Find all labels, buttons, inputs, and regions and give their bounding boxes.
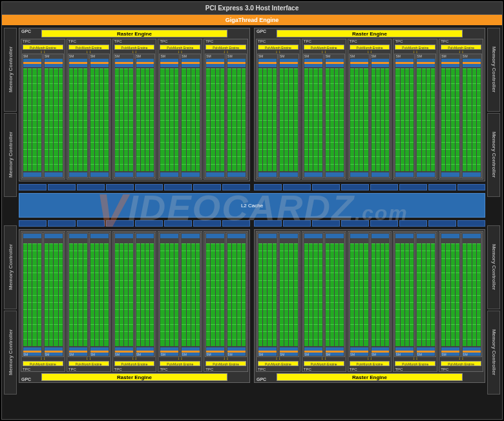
rop-row	[19, 220, 485, 227]
sm-label: SM	[350, 353, 355, 356]
register-bar	[350, 234, 368, 238]
gpc-block: SMSM↕ ↕PolyMorph EngineTPCSMSM↕ ↕PolyMor…	[254, 229, 485, 383]
cuda-core-grid	[350, 243, 368, 347]
cuda-core-grid	[304, 243, 322, 347]
register-bar	[463, 172, 481, 177]
sm-block: SM	[440, 232, 461, 357]
gpc-label: GPC	[21, 29, 31, 34]
sm-label: SM	[350, 54, 355, 58]
cuda-core-grid	[182, 68, 200, 172]
cuda-core-grid	[160, 68, 178, 172]
arrow-icon: ↕ ↕	[440, 357, 482, 360]
rop-unit	[428, 220, 456, 227]
sm-block: SM	[205, 54, 226, 178]
arrow-icon: ↕ ↕	[257, 357, 299, 360]
polymorph-engine: PolyMorph Engine	[395, 45, 436, 50]
sm-block: SM	[180, 54, 201, 178]
cuda-core-grid	[280, 68, 298, 172]
sm-label: SM	[395, 54, 401, 58]
cuda-core-grid	[304, 68, 322, 172]
sm-block: SM	[394, 232, 415, 357]
sm-label: SM	[304, 353, 310, 356]
sm-block: SM	[349, 232, 370, 357]
rop-unit	[106, 220, 134, 227]
memory-controller: Memory Controller	[487, 113, 500, 197]
memory-controller: Memory Controller	[4, 113, 17, 197]
memory-controller: Memory Controller	[4, 311, 17, 395]
tpc-label: TPC	[23, 367, 30, 371]
sm-block: SM	[278, 54, 299, 178]
rop-unit	[457, 184, 485, 190]
dispatch-bar	[372, 64, 390, 67]
rop-unit	[135, 220, 163, 227]
tpc-label: TPC	[114, 39, 122, 43]
sm-block: SM	[257, 232, 278, 357]
pci-host-interface: PCI Express 3.0 Host Interface	[2, 2, 502, 15]
cuda-core-grid	[417, 243, 435, 347]
polymorph-engine: PolyMorph Engine	[441, 361, 481, 366]
tpc-label: TPC	[160, 367, 167, 371]
sm-label: SM	[227, 353, 233, 356]
register-bar	[417, 234, 435, 238]
polymorph-engine: PolyMorph Engine	[23, 361, 63, 366]
sm-block: SM	[324, 232, 345, 357]
tpc-label: TPC	[114, 367, 122, 371]
tpc-block: SMSM↕ ↕PolyMorph EngineTPC	[302, 231, 346, 372]
cuda-core-grid	[395, 68, 414, 172]
tpc-block: TPCPolyMorph Engine↕ ↕SMSM	[204, 39, 248, 180]
tpc-block: TPCPolyMorph Engine↕ ↕SMSM	[348, 39, 392, 180]
sm-block: SM	[226, 232, 247, 357]
sm-block: SM	[461, 54, 482, 178]
cuda-core-grid	[136, 68, 154, 172]
register-bar	[69, 172, 87, 177]
gpc-block: SMSM↕ ↕PolyMorph EngineTPCSMSM↕ ↕PolyMor…	[19, 229, 250, 383]
dispatch-bar	[258, 64, 277, 67]
tpc-block: SMSM↕ ↕PolyMorph EngineTPC	[256, 231, 300, 372]
polymorph-engine: PolyMorph Engine	[160, 361, 200, 366]
register-bar	[23, 172, 41, 177]
sm-label: SM	[45, 54, 50, 58]
register-bar	[258, 234, 277, 238]
cuda-core-grid	[45, 243, 63, 347]
rop-unit	[370, 220, 398, 227]
sm-label: SM	[258, 353, 264, 356]
sm-label: SM	[23, 54, 28, 58]
cuda-core-grid	[227, 68, 246, 172]
register-bar	[441, 172, 459, 177]
sm-label: SM	[441, 54, 446, 58]
register-bar	[115, 234, 133, 238]
cuda-core-grid	[372, 68, 390, 172]
rop-unit	[399, 220, 427, 227]
sm-label: SM	[23, 353, 28, 356]
rop-unit	[457, 220, 485, 227]
sm-block: SM	[303, 232, 324, 357]
gpc-label: GPC	[257, 377, 266, 382]
tpc-block: TPCPolyMorph Engine↕ ↕SMSM	[439, 39, 483, 180]
polymorph-engine: PolyMorph Engine	[23, 45, 63, 50]
raster-engine: Raster Engine	[277, 30, 463, 37]
cuda-core-grid	[69, 243, 87, 347]
sm-label: SM	[45, 353, 50, 356]
rop-unit	[283, 220, 311, 227]
dispatch-bar	[463, 64, 481, 67]
rop-unit	[222, 220, 250, 227]
sm-block: SM	[370, 232, 391, 357]
register-bar	[326, 234, 344, 238]
sm-label: SM	[463, 353, 468, 356]
polymorph-engine: PolyMorph Engine	[160, 45, 200, 50]
register-bar	[23, 234, 41, 238]
sm-label: SM	[372, 54, 377, 58]
tpc-block: SMSM↕ ↕PolyMorph EngineTPC	[112, 231, 157, 372]
polymorph-engine: PolyMorph Engine	[304, 361, 344, 366]
rop-unit	[135, 184, 163, 190]
rop-unit	[193, 220, 221, 227]
tpc-label: TPC	[441, 39, 448, 43]
sm-block: SM	[415, 54, 436, 178]
rop-unit	[399, 184, 427, 190]
tpc-label: TPC	[258, 39, 266, 43]
arrow-icon: ↕ ↕	[205, 357, 247, 360]
gpc-block: GPCRaster EngineTPCPolyMorph Engine↕ ↕SM…	[19, 28, 250, 181]
cuda-core-grid	[90, 68, 109, 172]
polymorph-engine: PolyMorph Engine	[258, 361, 299, 366]
sm-label: SM	[326, 353, 331, 356]
